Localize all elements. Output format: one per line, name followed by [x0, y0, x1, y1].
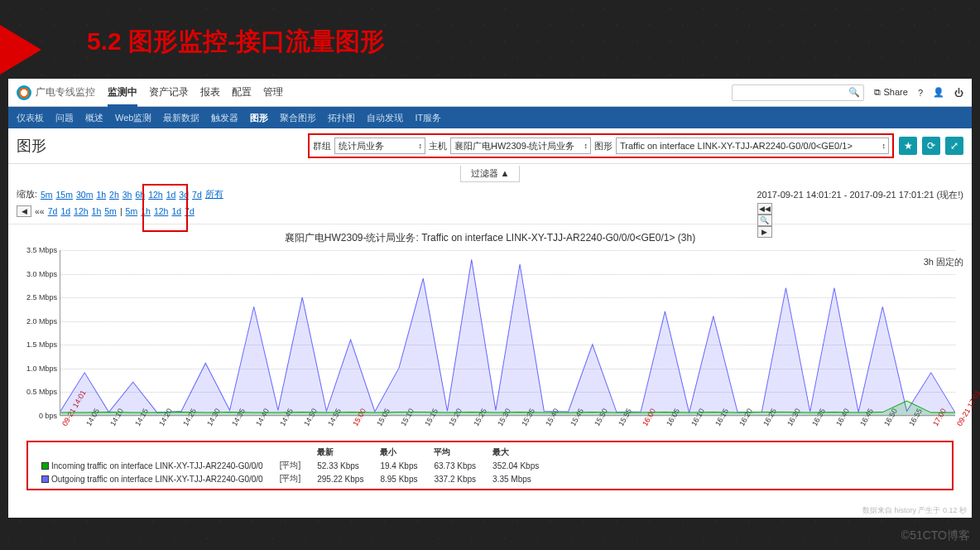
zoom-1d[interactable]: 1d [166, 190, 176, 200]
topbar: 广电专线监控 监测中资产记录报表配置管理 🔍 ⧉ Share ? 👤 ⏻ [8, 79, 972, 107]
outer-watermark: ©51CTO博客 [901, 528, 970, 543]
topnav-配置[interactable]: 配置 [232, 86, 252, 98]
ytick: 2.0 Mbps [17, 317, 57, 326]
subnav-仪表板[interactable]: 仪表板 [17, 112, 44, 124]
filter-highlight: 群组 统计局业务 主机 襄阳广电HW2309-统计局业务 图形 Traffic … [308, 133, 894, 158]
brand: 广电专线监控 [36, 85, 95, 99]
chart-area: 0 bps0.5 Mbps1.0 Mbps1.5 Mbps2.0 Mbps2.5… [60, 250, 955, 416]
xtick: 09-21 17:01 [955, 388, 980, 427]
subnav-拓扑图[interactable]: 拓扑图 [328, 112, 355, 124]
group-select[interactable]: 统计局业务 [334, 138, 425, 154]
ytick: 3.5 Mbps [17, 246, 57, 254]
time-selector: 缩放:5m15m30m1h2h3h6h12h1d3d7d所有 ◀ «« 7d 1… [8, 186, 972, 224]
navright-1d[interactable]: 1d [171, 206, 181, 216]
subnav: 仪表板问题概述Web监测最新数据触发器图形聚合图形拓扑图自动发现IT服务 [8, 107, 972, 128]
data-watermark: 数据来自 history 产生于 0.12 秒 [862, 505, 967, 516]
nav-prev-button[interactable]: ◀ [17, 205, 31, 217]
page-title: 图形 [17, 136, 46, 156]
navright-5m[interactable]: 5m [126, 206, 138, 216]
subnav-IT服务[interactable]: IT服务 [415, 112, 441, 124]
subnav-最新数据[interactable]: 最新数据 [163, 112, 199, 124]
user-icon[interactable]: 👤 [933, 87, 944, 98]
ytick: 0 bps [17, 412, 57, 420]
search-icon: 🔍 [848, 87, 860, 98]
zoom-7d[interactable]: 7d [192, 190, 202, 200]
navleft-5m[interactable]: 5m [104, 206, 117, 216]
subnav-聚合图形[interactable]: 聚合图形 [280, 112, 316, 124]
host-select[interactable]: 襄阳广电HW2309-统计局业务 [450, 138, 591, 154]
topnav: 监测中资产记录报表配置管理 [108, 85, 295, 99]
slide-title: 5.2 图形监控-接口流量图形 [87, 25, 385, 59]
subnav-自动发现[interactable]: 自动发现 [367, 112, 403, 124]
fullscreen-button[interactable]: ⤢ [945, 137, 963, 155]
navright-7d[interactable]: 7d [185, 206, 195, 216]
time-zoomout-button[interactable]: 🔍 [757, 215, 772, 226]
ytick: 1.5 Mbps [17, 340, 57, 349]
filter-toggle[interactable]: 过滤器 ▲ [460, 166, 521, 182]
zoom-30m[interactable]: 30m [76, 190, 93, 200]
graph-select[interactable]: Traffic on interface LINK-XY-TJJ-AR2240-… [616, 138, 889, 154]
logout-icon[interactable]: ⏻ [954, 88, 963, 98]
legend-row: Outgoing traffic on interface LINK-XY-TJ… [33, 472, 547, 485]
subnav-触发器[interactable]: 触发器 [211, 112, 238, 124]
topnav-监测中[interactable]: 监测中 [108, 86, 137, 107]
navleft-1h[interactable]: 1h [92, 206, 102, 216]
zoom-3d[interactable]: 3d [179, 190, 189, 200]
topnav-管理[interactable]: 管理 [263, 86, 283, 98]
zoom-5m[interactable]: 5m [41, 190, 53, 200]
share-button[interactable]: ⧉ Share [874, 87, 907, 98]
navleft-12h[interactable]: 12h [74, 206, 89, 216]
zoom-1h[interactable]: 1h [96, 190, 106, 200]
navleft-1d[interactable]: 1d [60, 206, 70, 216]
group-label: 群组 [313, 140, 331, 152]
help-icon[interactable]: ? [918, 88, 923, 98]
zoom-12h[interactable]: 12h [148, 190, 163, 200]
ytick: 3.0 Mbps [17, 270, 57, 278]
timespan-text: 2017-09-21 14:01:21 - 2017-09-21 17:01:2… [757, 189, 964, 201]
graph-label: 图形 [594, 140, 612, 152]
zoom-3h[interactable]: 3h [122, 190, 132, 200]
navright-12h[interactable]: 12h [154, 206, 169, 216]
refresh-button[interactable]: ⟳ [922, 137, 940, 155]
ytick: 1.0 Mbps [17, 364, 57, 373]
zoom-6h[interactable]: 6h [135, 190, 145, 200]
slide-arrow [0, 25, 41, 75]
logo-icon [17, 85, 31, 100]
subnav-问题[interactable]: 问题 [55, 112, 74, 124]
legend-row: Incoming traffic on interface LINK-XY-TJ… [33, 459, 547, 472]
time-next-button[interactable]: ▶ [757, 226, 772, 238]
host-label: 主机 [429, 140, 447, 152]
time-prev-button[interactable]: ◀◀ [757, 203, 772, 215]
ytick: 0.5 Mbps [17, 388, 57, 396]
subnav-概述[interactable]: 概述 [85, 112, 103, 124]
topnav-报表[interactable]: 报表 [200, 86, 220, 98]
search-input[interactable]: 🔍 [732, 84, 864, 101]
zoom-所有[interactable]: 所有 [205, 189, 223, 200]
subnav-Web监测[interactable]: Web监测 [115, 112, 151, 124]
favorite-button[interactable]: ★ [899, 137, 917, 155]
legend-box: 最新最小平均最大Incoming traffic on interface LI… [26, 441, 954, 490]
topnav-资产记录[interactable]: 资产记录 [149, 86, 189, 98]
ytick: 2.5 Mbps [17, 293, 57, 302]
zoom-2h[interactable]: 2h [109, 190, 119, 200]
navright-1h[interactable]: 1h [141, 206, 151, 216]
zoom-15m[interactable]: 15m [56, 190, 73, 200]
zabbix-app: 广电专线监控 监测中资产记录报表配置管理 🔍 ⧉ Share ? 👤 ⏻ 仪表板… [8, 79, 972, 518]
navleft-7d[interactable]: 7d [48, 206, 58, 216]
subnav-图形[interactable]: 图形 [250, 112, 268, 124]
